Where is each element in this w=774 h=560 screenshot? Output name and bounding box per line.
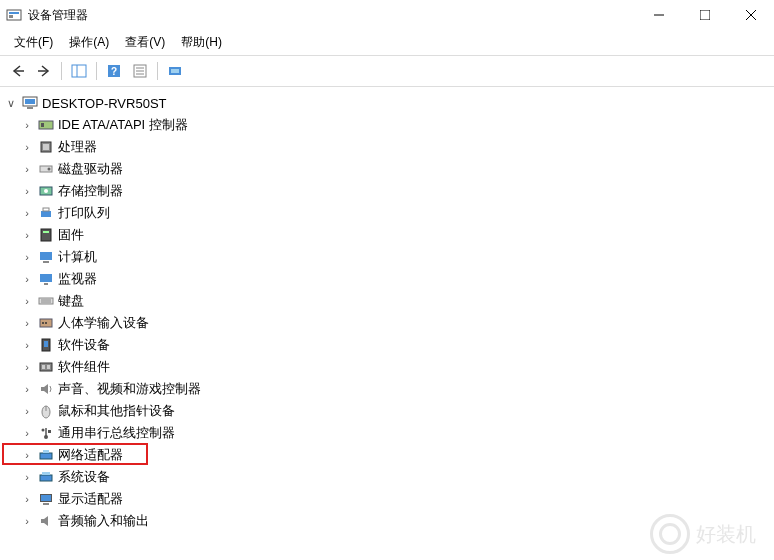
- firmware-icon: [38, 227, 54, 243]
- expander-icon[interactable]: ›: [20, 404, 34, 418]
- menu-bar: 文件(F) 操作(A) 查看(V) 帮助(H): [0, 30, 774, 56]
- tree-item[interactable]: ›处理器: [4, 137, 770, 157]
- audio-icon: [38, 513, 54, 529]
- expander-icon[interactable]: ›: [20, 272, 34, 286]
- menu-help[interactable]: 帮助(H): [173, 32, 230, 53]
- title-bar: 设备管理器: [0, 0, 774, 30]
- help-button[interactable]: ?: [102, 60, 126, 82]
- tree-item[interactable]: ›声音、视频和游戏控制器: [4, 379, 770, 399]
- minimize-button[interactable]: [636, 0, 682, 30]
- svg-rect-56: [42, 472, 50, 475]
- tree-item[interactable]: ›计算机: [4, 247, 770, 267]
- hid-icon: [38, 315, 54, 331]
- expander-icon[interactable]: ›: [20, 162, 34, 176]
- expander-icon[interactable]: ›: [20, 382, 34, 396]
- window-title: 设备管理器: [28, 7, 636, 24]
- network-icon: [38, 447, 54, 463]
- tree-item[interactable]: ›固件: [4, 225, 770, 245]
- expander-icon[interactable]: ›: [20, 514, 34, 528]
- expander-icon[interactable]: ›: [20, 140, 34, 154]
- scan-hardware-button[interactable]: [163, 60, 187, 82]
- tree-root[interactable]: ∨ DESKTOP-RVR50ST: [4, 93, 770, 113]
- softcomp-icon: [38, 359, 54, 375]
- svg-rect-2: [9, 15, 13, 18]
- menu-view[interactable]: 查看(V): [117, 32, 173, 53]
- tree-item[interactable]: ›监视器: [4, 269, 770, 289]
- tree-item[interactable]: ›通用串行总线控制器: [4, 423, 770, 443]
- tree-item[interactable]: ›网络适配器: [4, 445, 770, 465]
- expander-icon[interactable]: ›: [20, 448, 34, 462]
- tree-item[interactable]: ›显示适配器: [4, 489, 770, 509]
- close-button[interactable]: [728, 0, 774, 30]
- expander-icon[interactable]: ›: [20, 492, 34, 506]
- svg-rect-59: [43, 503, 49, 505]
- monitor-icon: [38, 271, 54, 287]
- expander-icon[interactable]: ›: [20, 206, 34, 220]
- tree-item[interactable]: ›打印队列: [4, 203, 770, 223]
- svg-text:?: ?: [111, 66, 117, 77]
- svg-rect-55: [40, 475, 52, 481]
- tree-item-label: 声音、视频和游戏控制器: [58, 380, 201, 398]
- svg-rect-54: [43, 450, 49, 453]
- tree-item[interactable]: ›磁盘驱动器: [4, 159, 770, 179]
- cpu-icon: [38, 139, 54, 155]
- tree-item-label: 固件: [58, 226, 84, 244]
- tree-item[interactable]: ›人体学输入设备: [4, 313, 770, 333]
- tree-item[interactable]: ›系统设备: [4, 467, 770, 487]
- tree-item-label: 网络适配器: [58, 446, 123, 464]
- tree-item-label: IDE ATA/ATAPI 控制器: [58, 116, 188, 134]
- svg-rect-46: [47, 365, 50, 369]
- expander-icon[interactable]: ›: [20, 316, 34, 330]
- expander-icon[interactable]: ›: [20, 184, 34, 198]
- app-icon: [6, 7, 22, 23]
- computer-icon: [22, 95, 38, 111]
- svg-rect-19: [27, 107, 33, 109]
- tree-item[interactable]: ›鼠标和其他指针设备: [4, 401, 770, 421]
- tree-item[interactable]: ›IDE ATA/ATAPI 控制器: [4, 115, 770, 135]
- toolbar-separator: [157, 62, 158, 80]
- svg-rect-44: [40, 363, 52, 371]
- maximize-button[interactable]: [682, 0, 728, 30]
- tree-item-label: 处理器: [58, 138, 97, 156]
- tree-item[interactable]: ›软件设备: [4, 335, 770, 355]
- tree-item[interactable]: ›键盘: [4, 291, 770, 311]
- expander-icon[interactable]: ›: [20, 470, 34, 484]
- forward-button[interactable]: [32, 60, 56, 82]
- watermark-icon: [650, 514, 690, 554]
- properties-button[interactable]: [128, 60, 152, 82]
- tree-item[interactable]: ›存储控制器: [4, 181, 770, 201]
- tree-item-label: 音频输入和输出: [58, 512, 149, 530]
- system-icon: [38, 469, 54, 485]
- expander-icon[interactable]: ›: [20, 250, 34, 264]
- svg-rect-21: [41, 123, 44, 127]
- expander-icon[interactable]: ∨: [4, 96, 18, 110]
- svg-rect-53: [40, 453, 52, 459]
- svg-rect-1: [9, 12, 19, 14]
- menu-file[interactable]: 文件(F): [6, 32, 61, 53]
- svg-rect-7: [72, 65, 86, 77]
- svg-point-25: [48, 168, 51, 171]
- expander-icon[interactable]: ›: [20, 338, 34, 352]
- sound-icon: [38, 381, 54, 397]
- window-controls: [636, 0, 774, 30]
- menu-action[interactable]: 操作(A): [61, 32, 117, 53]
- watermark: 好装机: [650, 514, 756, 554]
- expander-icon[interactable]: ›: [20, 118, 34, 132]
- show-hide-tree-button[interactable]: [67, 60, 91, 82]
- printer-icon: [38, 205, 54, 221]
- ide-icon: [38, 117, 54, 133]
- back-button[interactable]: [6, 60, 30, 82]
- expander-icon[interactable]: ›: [20, 360, 34, 374]
- expander-icon[interactable]: ›: [20, 228, 34, 242]
- usb-icon: [38, 425, 54, 441]
- tree-item-label: 监视器: [58, 270, 97, 288]
- svg-point-51: [42, 429, 45, 432]
- svg-rect-34: [40, 274, 52, 282]
- toolbar: ?: [0, 56, 774, 87]
- storage-icon: [38, 183, 54, 199]
- expander-icon[interactable]: ›: [20, 294, 34, 308]
- expander-icon[interactable]: ›: [20, 426, 34, 440]
- device-tree[interactable]: ∨ DESKTOP-RVR50ST ›IDE ATA/ATAPI 控制器›处理器…: [0, 87, 774, 539]
- tree-item[interactable]: ›软件组件: [4, 357, 770, 377]
- computer-icon: [38, 249, 54, 265]
